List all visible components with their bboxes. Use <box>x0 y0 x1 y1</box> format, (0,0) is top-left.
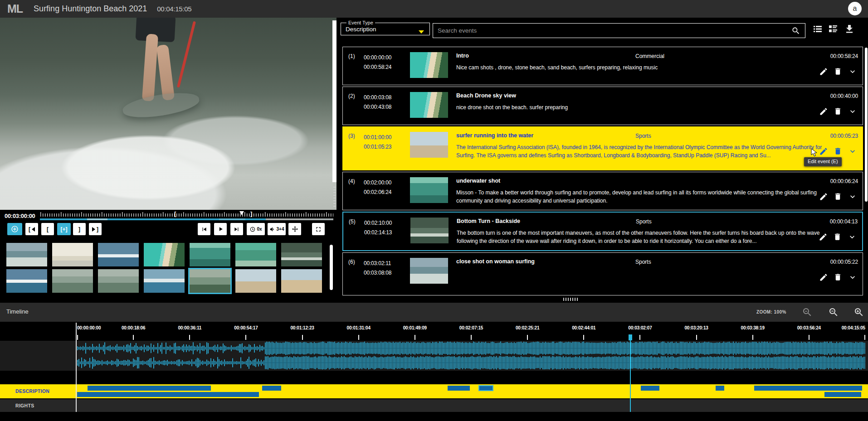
event-thumbnail[interactable] <box>410 132 448 158</box>
timeline-playhead-handle[interactable] <box>629 334 632 340</box>
edit-event-button[interactable] <box>819 107 830 118</box>
event-list-scrollbar[interactable] <box>865 48 868 202</box>
filmstrip-thumbnail[interactable] <box>144 269 185 293</box>
description-track[interactable]: DESCRIPTION <box>0 384 868 398</box>
edit-event-button[interactable] <box>819 273 830 284</box>
app-logo: ML <box>7 2 23 15</box>
event-type-label: Event Type <box>346 20 375 25</box>
vertical-splitter-handle[interactable] <box>333 187 336 207</box>
delete-event-button[interactable] <box>833 232 844 243</box>
expand-event-button[interactable] <box>848 147 859 158</box>
filmstrip-thumbnail[interactable] <box>6 243 47 266</box>
timeline-playhead-line[interactable] <box>630 340 631 412</box>
timeline-event-bar[interactable] <box>448 386 470 391</box>
pan-move-button[interactable] <box>288 223 301 235</box>
search-input[interactable] <box>438 24 782 38</box>
skip-to-end-button[interactable] <box>230 223 243 235</box>
horizontal-splitter-handle[interactable] <box>563 298 579 301</box>
video-player[interactable] <box>0 18 336 210</box>
event-row[interactable]: (1)00:00:00:0000:00:58:24IntroCommercial… <box>342 47 863 85</box>
zoom-out-icon[interactable] <box>828 307 839 318</box>
event-timecodes: 00:00:03:0800:00:43:08 <box>364 93 391 112</box>
fullscreen-button[interactable] <box>312 223 325 235</box>
event-index: (3) <box>348 133 355 139</box>
expand-event-button[interactable] <box>848 67 859 78</box>
filmstrip-thumbnail-selected[interactable] <box>190 269 230 293</box>
event-type-select[interactable]: Event Type Description <box>341 20 430 35</box>
delete-event-button[interactable] <box>834 192 844 203</box>
ruler-timecode-label: 00:01:49:09 <box>403 325 427 330</box>
export-download-button[interactable] <box>844 24 855 34</box>
filmstrip-thumbnail[interactable] <box>281 269 322 293</box>
play-button[interactable] <box>214 223 227 235</box>
timeline-event-bar[interactable] <box>88 386 211 391</box>
scrub-playhead-icon[interactable] <box>239 211 244 215</box>
filmstrip-thumbnail[interactable] <box>144 243 185 266</box>
filmstrip-thumbnail[interactable] <box>98 269 139 293</box>
player-scrub-bar[interactable]: 00:03:00:00 [ ] <box>0 210 336 223</box>
vertical-splitter[interactable] <box>332 20 336 182</box>
prev-event-button[interactable]: [ <box>25 223 38 235</box>
event-thumbnail[interactable] <box>410 177 448 203</box>
edit-event-button[interactable] <box>819 192 830 203</box>
event-thumbnail[interactable] <box>410 52 448 78</box>
event-row[interactable]: (6)00:03:02:1100:03:08:08close shot on w… <box>342 252 863 295</box>
timeline-event-bar[interactable] <box>754 386 862 391</box>
event-row[interactable]: (5)00:02:10:0000:02:14:13Bottom Turn - B… <box>342 212 863 251</box>
timeline-event-bar[interactable] <box>824 392 862 397</box>
delete-event-button[interactable] <box>834 147 844 158</box>
filmstrip-thumbnail[interactable] <box>235 269 276 293</box>
mark-in-button[interactable]: [ <box>41 223 54 235</box>
expand-event-button[interactable] <box>848 273 859 284</box>
expand-event-button[interactable] <box>848 107 859 118</box>
playback-speed-button[interactable]: 0x <box>247 223 265 235</box>
expand-event-button[interactable] <box>848 192 859 203</box>
mark-out-button[interactable]: ] <box>73 223 86 235</box>
filmstrip-thumbnail[interactable] <box>6 269 47 293</box>
delete-event-button[interactable] <box>834 67 844 78</box>
user-avatar[interactable]: a <box>848 2 862 15</box>
event-row[interactable]: (4)00:02:00:0000:02:06:24underwater shot… <box>342 172 863 210</box>
detail-view-button[interactable] <box>827 24 839 34</box>
delete-event-button[interactable] <box>834 273 844 284</box>
event-thumbnail[interactable] <box>410 218 449 243</box>
zoom-in-icon[interactable] <box>853 307 864 318</box>
timeline-event-bar[interactable] <box>77 392 259 397</box>
filmstrip-scrollbar[interactable] <box>330 245 333 290</box>
expand-event-button[interactable] <box>848 232 858 243</box>
event-row[interactable]: (3)00:01:00:0000:01:05:23surfer running … <box>342 126 863 170</box>
edit-event-button[interactable] <box>819 147 830 158</box>
next-event-button[interactable]: ] <box>89 223 102 235</box>
filmstrip-thumbnail[interactable] <box>98 243 139 266</box>
event-thumbnail[interactable] <box>410 92 448 118</box>
audio-waveform-track[interactable] <box>0 341 868 371</box>
event-row[interactable]: (2)00:00:03:0800:00:43:08Beach Drone sky… <box>342 87 863 125</box>
timeline-event-bar-selected[interactable] <box>478 385 493 391</box>
timeline-event-bar[interactable] <box>262 386 281 391</box>
edit-event-button[interactable] <box>819 67 830 78</box>
timeline-ruler[interactable]: 00:00:00:0000:00:18:0600:00:36:1100:00:5… <box>0 322 868 341</box>
filmstrip-thumbnail[interactable] <box>52 243 93 266</box>
zoom-fit-icon[interactable] <box>802 307 813 318</box>
timeline-event-bar[interactable] <box>716 386 724 391</box>
add-event-button[interactable] <box>7 223 22 235</box>
filmstrip-thumbnail[interactable] <box>235 243 276 266</box>
horizontal-splitter[interactable] <box>0 295 868 303</box>
scrub-tick-ruler[interactable] <box>40 211 333 217</box>
ruler-tick <box>358 335 359 340</box>
audio-channels-button[interactable]: 3+4 <box>268 223 286 235</box>
timeline-event-bar[interactable] <box>641 386 660 391</box>
list-view-button[interactable] <box>812 24 824 34</box>
event-list: (1)00:00:00:0000:00:58:24IntroCommercial… <box>342 47 864 295</box>
edit-event-button[interactable] <box>819 232 829 243</box>
search-icon[interactable] <box>791 26 800 35</box>
event-thumbnail[interactable] <box>410 258 448 284</box>
delete-event-button[interactable] <box>834 107 844 118</box>
filmstrip-thumbnail[interactable] <box>281 243 322 266</box>
event-description: The International Surfing Association (I… <box>456 144 837 160</box>
filmstrip-thumbnail[interactable] <box>190 243 230 266</box>
create-event-from-marks-button[interactable]: [+] <box>57 223 71 235</box>
rights-track[interactable]: RIGHTS <box>0 399 868 412</box>
filmstrip-thumbnail[interactable] <box>52 269 93 293</box>
skip-to-start-button[interactable] <box>198 223 210 235</box>
